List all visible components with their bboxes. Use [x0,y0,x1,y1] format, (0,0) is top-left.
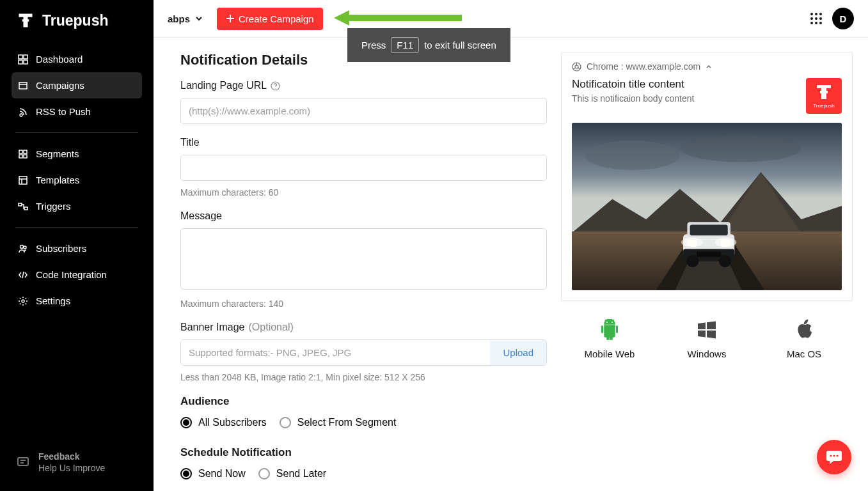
toast-post: to exit full screen [424,40,496,51]
svg-point-39 [715,238,737,247]
schedule-later-radio[interactable]: Send Later [258,468,326,479]
sidebar-item-triggers[interactable]: Triggers [12,193,142,219]
svg-point-21 [819,17,822,20]
url-input[interactable] [180,98,547,124]
apple-icon [794,319,814,341]
device-label: Mobile Web [585,348,635,359]
title-input[interactable] [180,155,547,181]
svg-point-20 [815,17,817,20]
svg-point-38 [681,238,703,247]
preview-browser-header[interactable]: Chrome : www.example.com [572,61,842,72]
radio-label: Send Now [198,468,246,479]
audience-segment-radio[interactable]: Select From Segment [280,417,397,428]
radio-icon [258,468,270,479]
sidebar-item-campaigns[interactable]: Campaigns [12,72,142,98]
radio-icon [180,417,192,428]
svg-point-47 [830,455,832,457]
sidebar-item-subscribers[interactable]: Subscribers [12,235,142,261]
chevron-up-icon [706,63,712,70]
device-tab-macos[interactable]: Mac OS [759,319,849,359]
chevron-down-icon [195,15,203,22]
android-icon [599,319,620,341]
user-avatar[interactable]: D [832,8,854,29]
svg-rect-5 [19,150,22,153]
svg-point-49 [837,455,839,457]
svg-rect-34 [690,224,728,235]
svg-rect-1 [24,55,28,59]
feedback-link[interactable]: Feedback Help Us Improve [0,440,154,491]
svg-rect-6 [24,150,27,153]
truepush-logo-icon [17,12,35,29]
message-hint: Maximum characters: 140 [180,299,547,309]
sidebar-item-label: Subscribers [36,243,86,254]
truepush-badge-icon [815,84,833,100]
svg-point-48 [833,455,835,457]
triggers-icon [18,201,28,212]
svg-rect-10 [19,203,22,206]
templates-icon [18,175,28,185]
sidebar-item-label: Settings [36,295,70,306]
svg-point-18 [819,13,822,15]
audience-heading: Audience [180,395,547,408]
device-tab-windows[interactable]: Windows [662,319,752,359]
svg-rect-46 [616,325,618,333]
banner-hint: Less than 2048 KB, Image ratio 2:1, Min … [180,372,547,382]
brand-logo[interactable]: Truepush [0,0,154,41]
radio-label: Send Later [276,468,326,479]
nav-divider [15,227,138,228]
sidebar-item-dashboard[interactable]: Dashboard [12,46,142,72]
preview-pane: Chrome : www.example.com Notificatoin ti… [561,52,859,491]
sidebar-item-rss[interactable]: RSS to Push [12,98,142,125]
feedback-title: Feedback [38,451,105,462]
sidebar-item-segments[interactable]: Segments [12,141,142,167]
apps-grid-icon[interactable] [809,12,823,26]
banner-input[interactable] [181,340,490,365]
feedback-subtitle: Help Us Improve [38,463,105,473]
audience-all-radio[interactable]: All Subscribers [180,417,267,428]
sidebar-item-templates[interactable]: Templates [12,167,142,193]
site-name: abps [168,13,190,24]
svg-rect-45 [601,325,603,333]
svg-rect-11 [24,207,28,210]
sidebar-item-code[interactable]: Code Integration [12,261,142,288]
svg-rect-9 [19,176,27,184]
sidebar-item-label: Campaigns [36,80,84,91]
code-icon [18,270,28,280]
schedule-now-radio[interactable]: Send Now [180,468,246,479]
main-area: abps Create Campaign D Press F11 to exi [154,0,868,491]
annotation-arrow [334,10,462,26]
svg-point-17 [815,13,817,15]
message-input[interactable] [180,228,547,290]
svg-point-41 [686,255,698,267]
notification-form: Notification Details Landing Page URL Ti… [180,52,547,491]
svg-point-30 [680,135,801,162]
device-label: Mac OS [787,348,821,359]
device-tab-mobile[interactable]: Mobile Web [565,319,654,359]
sidebar-item-settings[interactable]: Settings [12,288,142,314]
rss-icon [18,107,28,117]
svg-point-24 [819,22,822,24]
svg-rect-15 [18,458,28,465]
gear-icon [18,296,28,306]
sidebar-item-label: Dashboard [36,54,83,65]
svg-rect-3 [24,60,28,64]
sidebar-item-label: Segments [36,148,79,159]
site-selector[interactable]: abps [168,13,203,24]
create-campaign-button[interactable]: Create Campaign [217,8,323,30]
svg-point-22 [810,22,813,24]
banner-label: Banner Image (Optional) [180,322,547,333]
plus-icon [226,14,235,23]
chrome-icon [572,62,581,72]
svg-point-19 [810,17,813,20]
brand-name: Truepush [42,12,109,29]
notification-preview-card: Chrome : www.example.com Notificatoin ti… [561,52,853,301]
sidebar-item-label: RSS to Push [36,106,91,117]
title-hint: Maximum characters: 60 [180,187,547,198]
help-icon[interactable] [271,81,280,91]
upload-button[interactable]: Upload [490,340,546,365]
chat-fab[interactable] [817,440,851,474]
sidebar-item-label: Code Integration [36,269,107,280]
svg-point-23 [815,22,817,24]
svg-point-27 [575,65,578,68]
svg-point-14 [22,300,24,302]
